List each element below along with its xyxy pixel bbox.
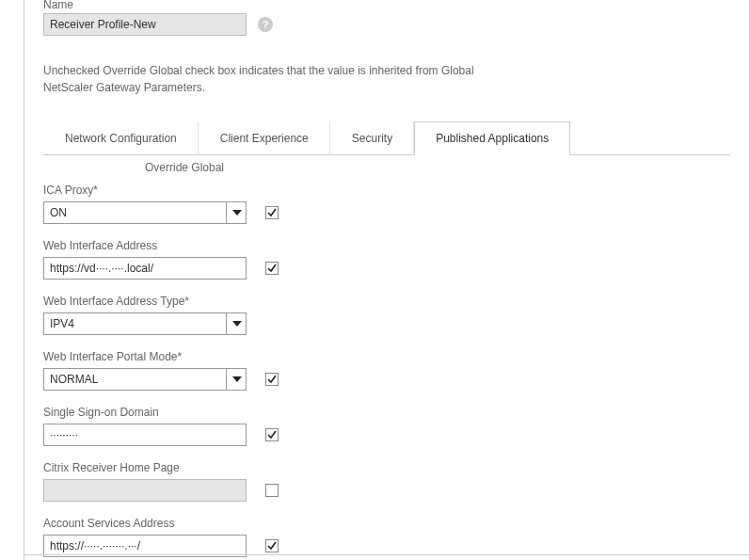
web-interface-portal-mode-override-checkbox[interactable] — [265, 373, 279, 386]
web-interface-portal-mode-select[interactable]: NORMAL — [43, 368, 247, 391]
web-interface-address-type-label: Web Interface Address Type* — [43, 295, 730, 308]
web-interface-address-type-select[interactable]: IPV4 — [43, 312, 247, 335]
single-signon-domain-override-checkbox[interactable] — [265, 428, 279, 441]
tab-network-configuration[interactable]: Network Configuration — [43, 121, 199, 155]
account-services-address-label: Account Services Address — [43, 517, 730, 530]
help-icon[interactable]: ? — [258, 17, 273, 32]
ica-proxy-select[interactable]: ON — [43, 201, 247, 224]
web-interface-portal-mode-label: Web Interface Portal Mode* — [43, 350, 730, 363]
profile-name-input — [43, 13, 247, 36]
single-signon-domain-input[interactable] — [43, 424, 247, 446]
citrix-receiver-home-input — [43, 479, 247, 502]
tab-bar: Network Configuration Client Experience … — [43, 120, 730, 155]
account-services-address-override-checkbox[interactable] — [265, 539, 279, 552]
web-interface-address-label: Web Interface Address — [43, 239, 730, 252]
tab-client-experience[interactable]: Client Experience — [199, 121, 330, 155]
citrix-receiver-home-override-checkbox[interactable] — [265, 484, 279, 497]
web-interface-address-override-checkbox[interactable] — [265, 262, 279, 275]
citrix-receiver-home-label: Citrix Receiver Home Page — [43, 461, 730, 474]
single-signon-domain-label: Single Sign-on Domain — [43, 406, 730, 419]
tab-published-applications[interactable]: Published Applications — [414, 121, 570, 155]
name-field-label: Name — [43, 0, 730, 11]
web-interface-address-input[interactable] — [43, 257, 247, 280]
override-global-header: Override Global — [43, 161, 326, 174]
ica-proxy-override-checkbox[interactable] — [265, 206, 279, 219]
tab-security[interactable]: Security — [330, 121, 414, 155]
description-text: Unchecked Override Global check box indi… — [43, 62, 514, 96]
ica-proxy-label: ICA Proxy* — [43, 184, 730, 197]
